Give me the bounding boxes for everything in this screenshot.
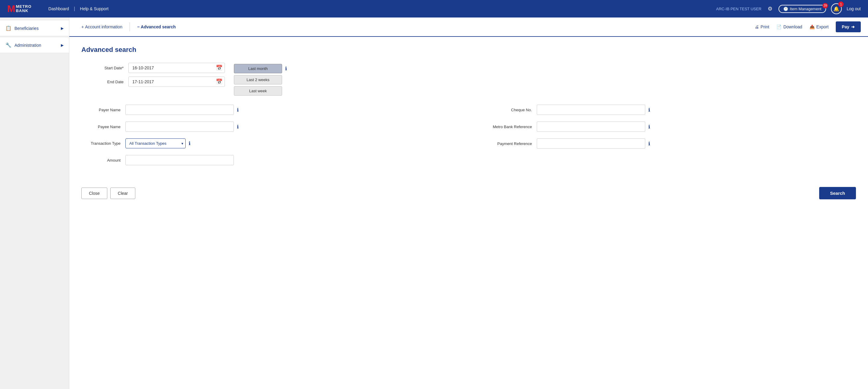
account-info-link[interactable]: + Account information <box>76 24 127 29</box>
export-icon: 📤 <box>809 24 815 29</box>
item-management-button[interactable]: 🕐 Item Management 39 <box>778 5 827 13</box>
close-button[interactable]: Close <box>82 187 107 199</box>
pay-button[interactable]: Pay ➜ <box>836 22 861 32</box>
metro-bank-ref-info-icon[interactable]: ℹ <box>648 124 650 130</box>
item-management-label: Item Management <box>790 7 822 11</box>
payment-ref-input[interactable] <box>537 139 645 149</box>
cheque-no-row: Cheque No. ℹ <box>478 104 856 115</box>
payer-name-label: Payer Name <box>82 108 121 112</box>
print-label: Print <box>761 24 770 29</box>
end-date-calendar-button[interactable]: 📅 <box>214 77 224 87</box>
start-date-input[interactable] <box>128 63 225 73</box>
username-display: ARC-IB PEN TEST USER <box>716 7 762 11</box>
left-form-buttons: Close Clear <box>82 187 135 199</box>
payment-ref-row: Payment Reference ℹ <box>478 139 856 149</box>
amount-label: Amount <box>82 158 121 162</box>
sidebar-item-label: Beneficiaries <box>14 26 38 31</box>
cheque-no-info-icon[interactable]: ℹ <box>648 107 650 113</box>
bell-icon: 🔔 <box>833 6 839 12</box>
logo-metro: METRO <box>16 4 32 9</box>
amount-input[interactable] <box>125 155 234 165</box>
payer-name-info-icon[interactable]: ℹ <box>237 107 239 113</box>
last-week-button[interactable]: Last week <box>234 86 282 96</box>
logo-text: METRO BANK <box>16 4 32 13</box>
notifications-button[interactable]: 🔔 1 <box>831 3 842 14</box>
gear-icon: ⚙ <box>768 6 772 12</box>
last-month-button[interactable]: Last month <box>234 64 282 73</box>
pay-label: Pay <box>842 24 849 29</box>
transaction-type-row: Transaction Type All Transaction Types C… <box>82 139 460 148</box>
download-label: Download <box>783 24 802 29</box>
advanced-search-minus-icon: − <box>137 24 140 29</box>
print-icon: 🖨 <box>755 24 759 29</box>
top-bar-divider <box>130 22 130 31</box>
clock-icon: 🕐 <box>783 7 788 11</box>
settings-button[interactable]: ⚙ <box>767 4 774 13</box>
account-info-label: Account information <box>85 24 122 29</box>
date-info-icon[interactable]: ℹ <box>285 66 287 71</box>
administration-icon: 🔧 <box>5 42 11 48</box>
metro-bank-ref-row: Metro Bank Reference ℹ <box>478 122 856 132</box>
nav-separator: | <box>74 6 75 11</box>
advanced-search-section: Advanced search Start Date* 📅 <box>69 37 868 208</box>
left-form-col: Payer Name ℹ Payee Name ℹ Transaction Ty… <box>82 104 460 172</box>
start-date-input-wrapper: 📅 <box>128 63 224 73</box>
sidebar-item-beneficiaries[interactable]: 📋 Beneficiaries ▶ <box>0 21 69 36</box>
top-bar: + Account information − Advanced search … <box>69 18 868 37</box>
download-icon: 📄 <box>776 24 781 29</box>
export-link[interactable]: 📤 Export <box>809 24 829 29</box>
payer-name-row: Payer Name ℹ <box>82 104 460 115</box>
sidebar-item-label: Administration <box>14 43 41 48</box>
account-info-plus-icon: + <box>82 24 84 29</box>
cheque-no-input[interactable] <box>537 104 645 115</box>
payer-name-input[interactable] <box>125 104 234 115</box>
payment-ref-info-icon[interactable]: ℹ <box>648 141 650 147</box>
amount-row: Amount <box>82 155 460 165</box>
cheque-no-label: Cheque No. <box>478 108 532 112</box>
top-bar-left: + Account information − Advanced search <box>76 22 755 31</box>
payment-ref-label: Payment Reference <box>478 142 532 146</box>
top-bar-right: 🖨 Print 📄 Download 📤 Export Pay ➜ <box>755 22 861 32</box>
logo-bank: BANK <box>16 9 32 13</box>
print-link[interactable]: 🖨 Print <box>755 24 770 29</box>
last-2-weeks-button[interactable]: Last 2 weeks <box>234 75 282 84</box>
item-management-badge: 39 <box>823 3 828 8</box>
payee-name-label: Payee Name <box>82 124 121 129</box>
start-date-calendar-button[interactable]: 📅 <box>214 63 224 73</box>
advanced-search-label: Advanced search <box>141 24 176 29</box>
end-date-input[interactable] <box>128 77 225 87</box>
search-button[interactable]: Search <box>819 187 856 199</box>
beneficiaries-arrow-icon: ▶ <box>61 26 64 30</box>
sidebar: 📋 Beneficiaries ▶ 🔧 Administration ▶ <box>0 18 69 389</box>
header-nav: Dashboard | Help & Support <box>44 6 716 11</box>
dates-column: Start Date* 📅 End Date <box>82 63 224 87</box>
header-right: ARC-IB PEN TEST USER ⚙ 🕐 Item Management… <box>716 3 861 14</box>
transaction-type-wrapper: All Transaction Types Credit Debit Trans… <box>125 139 186 148</box>
administration-arrow-icon: ▶ <box>61 43 64 47</box>
export-label: Export <box>816 24 829 29</box>
payee-name-info-icon[interactable]: ℹ <box>237 124 239 130</box>
header: M METRO BANK Dashboard | Help & Support … <box>0 0 868 18</box>
payee-name-input[interactable] <box>125 122 234 132</box>
calendar-icon: 📅 <box>216 79 222 85</box>
end-date-group: End Date 📅 <box>82 77 224 87</box>
nav-help-support[interactable]: Help & Support <box>75 6 113 11</box>
logout-button[interactable]: Log out <box>846 6 861 11</box>
main-content: + Account information − Advanced search … <box>69 18 868 389</box>
transaction-type-label: Transaction Type <box>82 141 121 146</box>
form-buttons: Close Clear Search <box>82 181 856 199</box>
metro-bank-ref-input[interactable] <box>537 122 645 132</box>
nav-dashboard[interactable]: Dashboard <box>44 6 74 11</box>
transaction-type-select[interactable]: All Transaction Types Credit Debit Trans… <box>125 139 186 148</box>
two-col-form: Payer Name ℹ Payee Name ℹ Transaction Ty… <box>82 104 856 172</box>
sidebar-item-administration[interactable]: 🔧 Administration ▶ <box>0 37 69 53</box>
end-date-label: End Date <box>82 80 124 84</box>
advanced-search-link[interactable]: − Advanced search <box>132 24 181 29</box>
search-section-title: Advanced search <box>82 46 856 54</box>
download-link[interactable]: 📄 Download <box>776 24 802 29</box>
quick-buttons-wrapper: Last month Last 2 weeks Last week ℹ <box>229 64 287 96</box>
clear-button[interactable]: Clear <box>110 187 135 199</box>
start-date-label: Start Date* <box>82 66 124 70</box>
transaction-type-info-icon[interactable]: ℹ <box>189 141 190 146</box>
payee-name-row: Payee Name ℹ <box>82 122 460 132</box>
